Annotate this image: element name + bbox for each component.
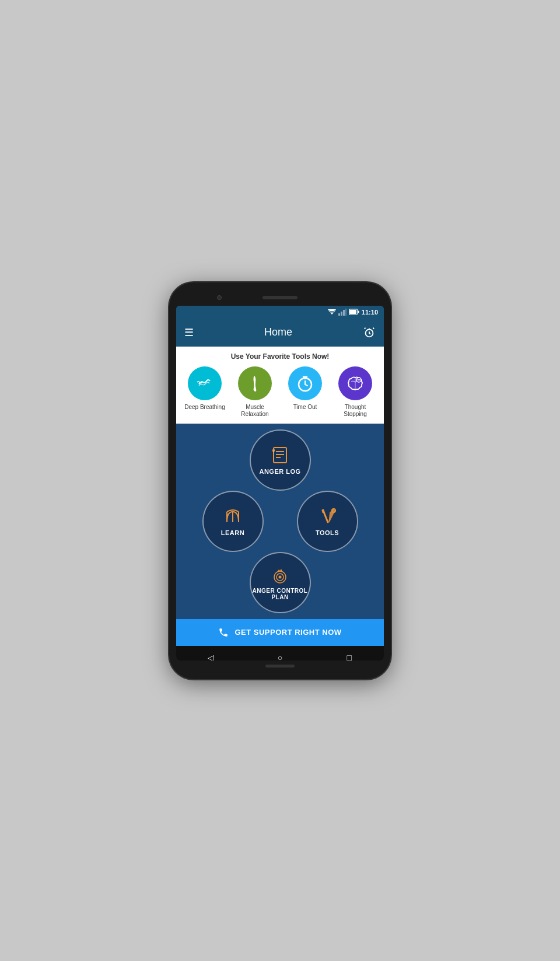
phone-camera — [217, 295, 222, 300]
status-icons: 11:10 — [328, 309, 378, 316]
tools-section: Use Your Favorite Tools Now! Deep Breath… — [176, 347, 384, 424]
nav-row-3: ANGER CONTROL PLAN — [186, 552, 374, 613]
muscle-relaxation-icon — [246, 374, 264, 393]
nav-row-2: LEARN — [186, 491, 374, 552]
anger-log-icon: 1 — [269, 445, 291, 467]
deep-breathing-label: Deep Breathing — [184, 404, 225, 411]
tool-deep-breathing[interactable]: Deep Breathing — [184, 366, 226, 411]
status-time: 11:10 — [362, 309, 378, 316]
learn-inner: LEARN — [221, 506, 244, 536]
time-out-label: Time Out — [293, 404, 317, 411]
anger-control-plan-label: ANGER CONTROL PLAN — [251, 588, 310, 600]
anger-log-inner: 1 ANGER LOG — [259, 445, 300, 475]
time-out-icon — [296, 374, 314, 393]
nav-anger-control-plan[interactable]: ANGER CONTROL PLAN — [250, 552, 311, 613]
anger-control-plan-icon — [269, 564, 291, 586]
tools-circle: TOOLS — [297, 491, 358, 552]
thought-stopping-icon — [346, 374, 365, 393]
svg-rect-6 — [358, 311, 359, 313]
support-button[interactable]: GET SUPPORT RIGHT NOW — [176, 619, 384, 646]
battery-icon — [349, 309, 359, 315]
recent-apps-button[interactable]: □ — [339, 647, 360, 661]
support-label: GET SUPPORT RIGHT NOW — [235, 628, 341, 637]
phone-top-bar — [176, 289, 384, 306]
svg-point-26 — [279, 576, 282, 579]
learn-icon — [222, 506, 244, 528]
nav-anger-log[interactable]: 1 ANGER LOG — [250, 429, 311, 491]
svg-rect-7 — [349, 310, 356, 314]
deep-breathing-circle — [188, 366, 222, 400]
muscle-relaxation-circle — [238, 366, 272, 400]
tool-muscle-relaxation[interactable]: Muscle Relaxation — [234, 366, 276, 418]
nav-row-1: 1 ANGER LOG — [186, 429, 374, 491]
wifi-icon — [328, 309, 336, 315]
phone-device: 11:10 ☰ Home Use Your Favorite Tools Now… — [169, 282, 391, 679]
anger-control-plan-inner: ANGER CONTROL PLAN — [251, 564, 310, 600]
svg-rect-2 — [341, 312, 342, 316]
deep-breathing-icon — [195, 374, 214, 393]
menu-icon[interactable]: ☰ — [184, 326, 194, 339]
anger-control-plan-circle: ANGER CONTROL PLAN — [250, 552, 311, 613]
phone-chin — [265, 665, 295, 668]
learn-circle: LEARN — [202, 491, 264, 552]
svg-rect-1 — [338, 313, 340, 316]
signal-icon — [338, 309, 346, 316]
time-out-circle — [288, 366, 322, 400]
alarm-icon[interactable] — [363, 326, 376, 339]
nav-tools[interactable]: TOOLS — [297, 491, 358, 552]
learn-label: LEARN — [221, 529, 244, 536]
phone-screen: 11:10 ☰ Home Use Your Favorite Tools Now… — [176, 306, 384, 661]
svg-rect-4 — [345, 309, 346, 316]
muscle-relaxation-label: Muscle Relaxation — [234, 404, 276, 418]
phone-icon — [218, 627, 229, 638]
tool-thought-stopping[interactable]: Thought Stopping — [334, 366, 376, 418]
nav-learn[interactable]: LEARN — [202, 491, 264, 552]
svg-rect-22 — [321, 509, 324, 513]
tools-icon — [316, 506, 338, 528]
tools-grid: Deep Breathing Muscle Relaxation — [180, 366, 380, 418]
app-header: ☰ Home — [176, 319, 384, 347]
home-button[interactable]: ○ — [270, 647, 290, 661]
main-nav: 1 ANGER LOG — [176, 424, 384, 619]
tool-time-out[interactable]: Time Out — [284, 366, 326, 411]
status-bar: 11:10 — [176, 306, 384, 319]
thought-stopping-circle — [338, 366, 372, 400]
svg-rect-3 — [343, 310, 345, 316]
anger-log-label: ANGER LOG — [259, 468, 300, 475]
phone-speaker — [262, 296, 298, 299]
tools-inner: TOOLS — [316, 506, 339, 536]
bottom-nav-bar: ◁ ○ □ — [176, 646, 384, 661]
phone-bottom — [176, 661, 384, 672]
back-button[interactable]: ◁ — [200, 647, 221, 661]
header-title: Home — [264, 326, 292, 338]
thought-stopping-label: Thought Stopping — [334, 404, 376, 418]
svg-marker-0 — [330, 312, 334, 314]
anger-log-circle: 1 ANGER LOG — [250, 429, 311, 491]
tools-label: TOOLS — [316, 529, 339, 536]
tools-title: Use Your Favorite Tools Now! — [180, 352, 380, 361]
